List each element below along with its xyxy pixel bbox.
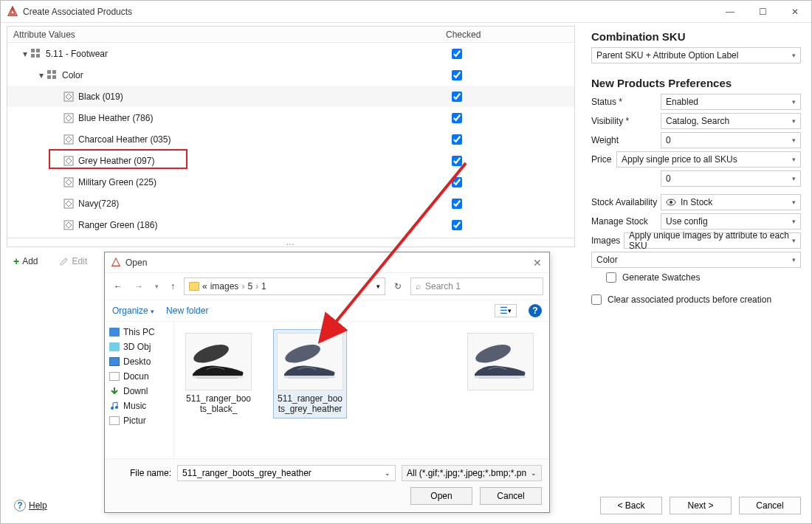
tree-checkbox[interactable] xyxy=(452,113,462,123)
sidebar-item[interactable]: Deskto xyxy=(105,354,173,369)
back-button[interactable]: < Back xyxy=(600,497,662,514)
sidebar-item[interactable]: 3D Obj xyxy=(105,339,173,354)
svg-point-17 xyxy=(111,407,114,410)
tree-checkbox[interactable] xyxy=(452,70,462,80)
sidebar-item[interactable]: Pictur xyxy=(105,413,173,428)
breadcrumb[interactable]: 1 xyxy=(261,281,266,292)
svg-rect-4 xyxy=(47,70,51,74)
chevron-down-icon: ▾ xyxy=(792,117,796,125)
tree-checkbox[interactable] xyxy=(452,49,462,59)
nav-recent-button[interactable]: ▾ xyxy=(152,281,162,292)
search-input[interactable]: ⌕ Search 1 xyxy=(410,277,543,295)
tree-expander[interactable]: ▾ xyxy=(37,70,46,80)
chevron-down-icon[interactable]: ▾ xyxy=(376,283,380,290)
manage-stock-label: Manage Stock xyxy=(591,216,661,227)
add-button[interactable]: + Add xyxy=(7,252,45,271)
tree-label: Military Green (225) xyxy=(78,177,156,187)
price-mode-select[interactable]: Apply single price to all SKUs▾ xyxy=(616,151,801,168)
tree-checkbox[interactable] xyxy=(452,92,462,102)
tree-expander[interactable]: ▾ xyxy=(21,49,30,59)
breadcrumb[interactable]: 5 xyxy=(247,281,252,292)
nav-up-button[interactable]: ↑ xyxy=(168,280,178,293)
tree-checkbox[interactable] xyxy=(452,156,462,166)
tree-checkbox[interactable] xyxy=(452,220,462,230)
status-select[interactable]: Enabled▾ xyxy=(661,94,801,110)
tree-row[interactable]: Military Green (225) xyxy=(7,171,574,193)
address-bar[interactable]: « images › 5 › 1 ▾ xyxy=(184,277,385,295)
file-thumbnail[interactable] xyxy=(464,329,537,394)
stock-availability-label: Stock Availability xyxy=(591,197,661,207)
help-link[interactable]: ? Help xyxy=(14,500,47,511)
thumbnail-image xyxy=(185,333,252,390)
next-button[interactable]: Next > xyxy=(670,497,732,514)
thumbnail-caption: 511_ranger_boots_grey_heather xyxy=(277,393,343,415)
tree-row[interactable]: Ranger Green (186) xyxy=(7,214,574,235)
sidebar-item[interactable]: Music xyxy=(105,399,173,413)
manage-stock-select[interactable]: Use config▾ xyxy=(661,213,801,230)
thumbnail-caption: 511_ranger_boots_black_ xyxy=(185,393,252,415)
sidebar-item[interactable]: Docun xyxy=(105,369,173,384)
swatch-icon xyxy=(63,156,74,166)
swatch-icon xyxy=(63,113,74,123)
tree-row[interactable]: Blue Heather (786) xyxy=(7,107,574,128)
visibility-label: Visibility * xyxy=(591,116,661,126)
col-header-attribute[interactable]: Attribute Values xyxy=(7,30,440,40)
svg-point-18 xyxy=(115,406,118,409)
nav-back-button[interactable]: ← xyxy=(111,280,125,293)
tree-splitter[interactable]: … xyxy=(7,238,574,247)
sidebar-item[interactable]: This PC xyxy=(105,325,173,339)
help-icon: ? xyxy=(14,500,26,511)
cancel-button[interactable]: Cancel xyxy=(739,497,801,514)
open-button[interactable]: Open xyxy=(410,487,472,505)
breadcrumb[interactable]: images xyxy=(210,281,239,292)
nav-forward-button[interactable]: → xyxy=(131,280,146,293)
col-header-checked[interactable]: Checked xyxy=(440,30,574,40)
tree-label: Charcoal Heather (035) xyxy=(78,134,171,145)
file-type-filter[interactable]: All (*.gif;*.jpg;*.jpeg;*.bmp;*.pn⌄ xyxy=(402,465,542,481)
file-list[interactable]: 511_ranger_boots_black_511_ranger_boots_… xyxy=(174,322,549,458)
images-mode-select[interactable]: Apply unique images by attribute to each… xyxy=(624,232,801,249)
generate-swatches-checkbox[interactable] xyxy=(606,272,616,283)
minimize-button[interactable]: — xyxy=(714,1,746,23)
clear-associated-checkbox[interactable] xyxy=(591,294,602,305)
chevron-down-icon: ⌄ xyxy=(385,469,390,477)
close-button[interactable]: ✕ xyxy=(779,1,811,23)
new-folder-button[interactable]: New folder xyxy=(166,306,208,316)
organize-menu[interactable]: Organize ▾ xyxy=(112,306,154,316)
grid-icon xyxy=(31,49,41,59)
maximize-button[interactable]: ☐ xyxy=(746,1,779,23)
images-attribute-select[interactable]: Color▾ xyxy=(591,252,801,268)
refresh-button[interactable]: ↻ xyxy=(391,281,405,292)
file-name-input[interactable]: 511_ranger_boots_grey_heather⌄ xyxy=(177,465,396,481)
combination-sku-select[interactable]: Parent SKU + Attribute Option Label ▾ xyxy=(591,47,801,63)
tree-row[interactable]: Grey Heather (097) xyxy=(7,150,574,171)
help-icon[interactable]: ? xyxy=(529,304,542,317)
price-value-input[interactable]: 0▾ xyxy=(661,170,801,187)
tree-checkbox[interactable] xyxy=(452,199,462,209)
tree-checkbox[interactable] xyxy=(452,134,462,145)
tree-row[interactable]: Navy(728) xyxy=(7,193,574,214)
generate-swatches-label: Generate Swatches xyxy=(622,272,700,283)
search-placeholder: Search 1 xyxy=(425,281,461,292)
svg-rect-2 xyxy=(31,54,35,58)
tree-row[interactable]: ▾Color xyxy=(7,64,574,86)
close-icon[interactable]: ✕ xyxy=(526,257,549,269)
tree-checkbox[interactable] xyxy=(452,177,462,187)
tree-row[interactable]: ▾5.11 - Footwear xyxy=(7,43,574,64)
tree-row[interactable]: Charcoal Heather (035) xyxy=(7,128,574,150)
file-thumbnail[interactable]: 511_ranger_boots_grey_heather xyxy=(273,329,347,418)
weight-input[interactable]: 0▾ xyxy=(661,132,801,148)
sidebar-item[interactable]: Downl xyxy=(105,384,173,399)
folder-icon xyxy=(109,372,120,381)
stock-availability-select[interactable]: In Stock ▾ xyxy=(661,194,801,210)
visibility-select[interactable]: Catalog, Search▾ xyxy=(661,113,801,129)
price-label: Price xyxy=(591,154,616,165)
tree-row[interactable]: Black (019) xyxy=(7,86,574,107)
view-mode-button[interactable]: ☰ ▾ xyxy=(495,304,517,317)
tree-label: Black (019) xyxy=(78,92,123,102)
edit-button[interactable]: Edit xyxy=(52,252,94,270)
cancel-button[interactable]: Cancel xyxy=(480,487,542,505)
wizard-footer: < Back Next > Cancel xyxy=(600,497,801,514)
file-thumbnail[interactable]: 511_ranger_boots_black_ xyxy=(182,329,255,418)
folder-icon xyxy=(109,387,120,396)
